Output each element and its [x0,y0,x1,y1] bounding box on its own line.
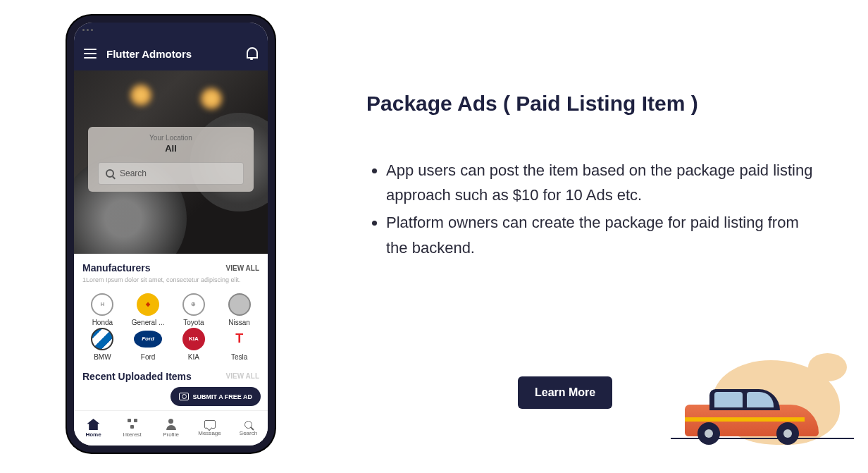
view-all-recent-link[interactable]: VIEW ALL [226,372,259,380]
search-nav-icon [244,421,252,429]
learn-more-button[interactable]: Learn More [518,376,612,409]
camera-icon [179,393,189,400]
bmw-logo-icon [91,328,113,350]
brand-item-bmw[interactable]: BMW [82,328,123,361]
car-illustration [671,339,854,452]
tesla-logo-icon: T [228,328,251,350]
bullet-item: App users can post the item based on the… [386,158,817,207]
home-icon [87,419,100,430]
view-all-link[interactable]: VIEW ALL [226,264,259,272]
brand-item-toyota[interactable]: ⊕ Toyota [174,293,214,326]
kia-logo-icon: KIA [182,328,205,350]
app-title: Flutter Admotors [106,48,192,60]
phone-screen: Flutter Admotors Your Location All Searc… [74,23,268,446]
recent-title: Recent Uploaded Items [82,371,192,382]
nav-interest[interactable]: Interest [113,419,151,438]
brand-item-ford[interactable]: Ford Ford [128,328,168,361]
honda-logo-icon: H [91,293,113,316]
brand-item-tesla[interactable]: T Tesla [219,328,259,361]
location-value[interactable]: All [98,143,244,154]
location-label: Your Location [98,134,244,142]
nav-message[interactable]: Message [190,420,229,436]
brand-item-nissan[interactable]: Nissan [219,293,259,326]
message-icon [204,420,216,429]
nissan-logo-icon [228,293,251,316]
brand-item-kia[interactable]: KIA KIA [174,328,214,361]
feature-bullets: App users can post the item based on the… [366,158,817,260]
submit-ad-button[interactable]: SUBMIT A FREE AD [170,387,261,406]
search-input[interactable]: Search [98,162,244,185]
notification-icon[interactable] [247,47,258,60]
search-icon [106,169,114,178]
ford-logo-icon: Ford [134,331,162,348]
app-header: Flutter Admotors [74,37,268,70]
nav-home[interactable]: Home [74,419,113,438]
location-card: Your Location All Search [88,127,254,192]
feature-description: Package Ads ( Paid Listing Item ) App us… [366,92,817,263]
bottom-nav: Home Interest Profile Message Search [74,410,268,446]
search-placeholder: Search [120,168,147,178]
interest-icon [126,419,139,430]
profile-icon [165,419,178,430]
bullet-item: Platform owners can create the package f… [386,210,817,259]
hero-banner: Your Location All Search [74,70,268,254]
manufacturers-subtitle: 1Lorem Ipsum dolor sit amet, consectetur… [82,276,259,285]
nav-profile[interactable]: Profile [151,419,190,438]
gm-logo-icon: ◆ [137,293,159,316]
manufacturers-title: Manufacturers [82,262,150,274]
status-bar [74,23,268,37]
page-title: Package Ads ( Paid Listing Item ) [366,92,817,116]
brand-item-honda[interactable]: H Honda [82,293,123,326]
nav-search[interactable]: Search [229,421,268,436]
toyota-logo-icon: ⊕ [182,293,205,316]
phone-mockup: Flutter Admotors Your Location All Searc… [67,16,275,453]
manufacturers-section: Manufacturers VIEW ALL 1Lorem Ipsum dolo… [74,254,268,391]
brand-item-gm[interactable]: ◆ General ... [128,293,168,326]
menu-icon[interactable] [84,49,97,59]
